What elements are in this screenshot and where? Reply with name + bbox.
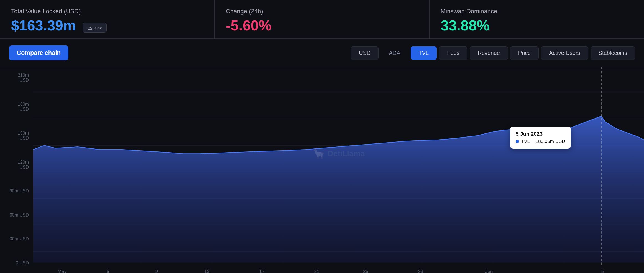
x-axis-label: 21 bbox=[314, 269, 320, 273]
y-axis-label: 60m USD bbox=[9, 213, 29, 218]
x-axis-label: 25 bbox=[363, 269, 368, 273]
dominance-card: Minswap Dominance 33.88% bbox=[430, 0, 644, 38]
tab-group: USDADATVLFeesRevenuePriceActive UsersSta… bbox=[351, 46, 635, 60]
tvl-value: $163.39m bbox=[11, 18, 76, 33]
controls-row: Compare chain USDADATVLFeesRevenuePriceA… bbox=[0, 39, 644, 67]
y-axis-label: 90m USD bbox=[9, 189, 29, 194]
change-value: -5.60% bbox=[226, 18, 418, 33]
x-axis-label: 5 bbox=[601, 269, 604, 273]
change-label: Change (24h) bbox=[226, 8, 418, 15]
y-axis-label: 150m USD bbox=[9, 131, 29, 141]
download-icon bbox=[87, 25, 92, 30]
chart-inner: 🦙 DefiLlama 5 Jun 2023 TVL 183.06m USD M… bbox=[33, 67, 644, 273]
y-axis-label: 30m USD bbox=[9, 236, 29, 241]
y-axis-label: 0 USD bbox=[9, 261, 29, 266]
y-axis-label: 210m USD bbox=[9, 73, 29, 83]
change-card: Change (24h) -5.60% bbox=[215, 0, 430, 38]
y-axis-label: 120m USD bbox=[9, 160, 29, 170]
x-axis-label: 9 bbox=[155, 269, 158, 273]
tab-ada[interactable]: ADA bbox=[381, 46, 408, 60]
csv-label: .csv bbox=[94, 25, 102, 30]
x-axis-label: May bbox=[58, 269, 67, 273]
stats-bar: Total Value Locked (USD) $163.39m .csv C… bbox=[0, 0, 644, 39]
watermark-icon: 🦙 bbox=[313, 148, 325, 159]
chart-svg bbox=[33, 67, 644, 273]
tab-active_users[interactable]: Active Users bbox=[541, 46, 588, 60]
compare-chain-button[interactable]: Compare chain bbox=[9, 45, 68, 60]
watermark-text: DefiLlama bbox=[328, 149, 365, 158]
tab-stablecoins[interactable]: Stablecoins bbox=[591, 46, 635, 60]
x-axis-label: Jun bbox=[485, 269, 493, 273]
tab-fees[interactable]: Fees bbox=[439, 46, 467, 60]
tvl-card: Total Value Locked (USD) $163.39m .csv bbox=[0, 0, 215, 38]
tab-usd[interactable]: USD bbox=[351, 46, 379, 60]
dominance-value: 33.88% bbox=[441, 18, 633, 33]
watermark: 🦙 DefiLlama bbox=[313, 148, 365, 159]
x-axis-label: 17 bbox=[259, 269, 264, 273]
y-axis-label: 180m USD bbox=[9, 102, 29, 112]
dominance-label: Minswap Dominance bbox=[441, 8, 633, 15]
y-axis: 210m USD180m USD150m USD120m USD90m USD6… bbox=[0, 67, 33, 273]
chart-area: 210m USD180m USD150m USD120m USD90m USD6… bbox=[0, 67, 644, 273]
x-axis-label: 29 bbox=[418, 269, 423, 273]
x-axis-label: 13 bbox=[204, 269, 209, 273]
x-axis-label: 5 bbox=[106, 269, 109, 273]
csv-button[interactable]: .csv bbox=[83, 23, 106, 33]
tab-price[interactable]: Price bbox=[510, 46, 539, 60]
tab-tvl[interactable]: TVL bbox=[411, 46, 437, 60]
tvl-label: Total Value Locked (USD) bbox=[11, 8, 203, 15]
tab-revenue[interactable]: Revenue bbox=[470, 46, 508, 60]
